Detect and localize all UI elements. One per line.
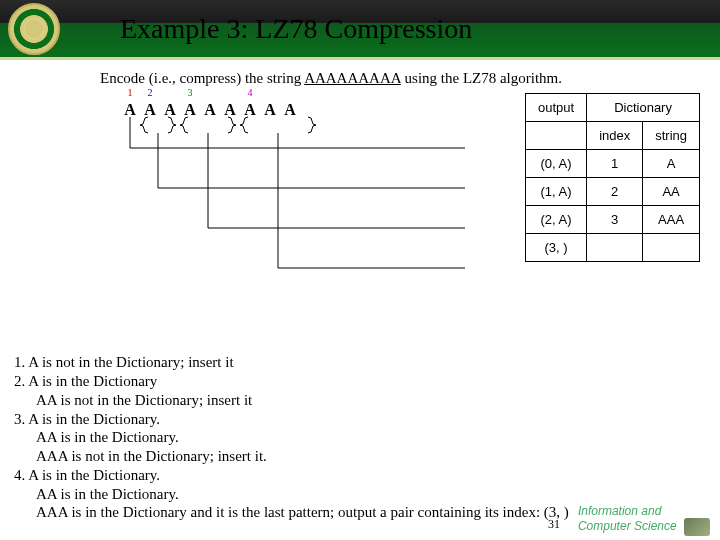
step-line: AA is in the Dictionary. [14,485,706,504]
col-output: output [525,94,586,122]
footer-line2: Computer Science [578,519,677,533]
diagram-area: A1A2AA3AAA4AA outputDictionary indexstri… [100,93,720,303]
step-line: 1. A is not in the Dictionary; insert it [14,353,706,372]
table-row: (0, A)1A [525,150,699,178]
table-row: (2, A)3AAA [525,206,699,234]
steps-list: 1. A is not in the Dictionary; insert it… [14,353,706,522]
step-line: 3. A is in the Dictionary. [14,410,706,429]
table-row: (1, A)2AA [525,178,699,206]
instruction-text: Encode (i.e., compress) the string AAAAA… [100,70,720,87]
page-number: 31 [548,517,560,532]
slide-title: Example 3: LZ78 Compression [120,13,472,45]
slide-header: Example 3: LZ78 Compression [0,0,720,60]
instruction-target: AAAAAAAAA [304,70,401,86]
step-line: 2. A is in the Dictionary [14,372,706,391]
cell-index: 3 [587,206,643,234]
instruction-suffix: using the LZ78 algorithm. [401,70,562,86]
cell-output: (0, A) [525,150,586,178]
dept-badge-icon [684,518,710,536]
col-index: index [587,122,643,150]
university-seal-icon [8,3,60,55]
step-line: AA is not in the Dictionary; insert it [14,391,706,410]
step-line: AA is in the Dictionary. [14,428,706,447]
cell-string: AA [643,178,700,206]
cell-output: (3, ) [525,234,586,262]
cell-index [587,234,643,262]
cell-output: (2, A) [525,206,586,234]
instruction-prefix: Encode (i.e., compress) the string [100,70,304,86]
step-line: 4. A is in the Dictionary. [14,466,706,485]
connector-lines [100,93,520,293]
cell-string [643,234,700,262]
cell-string: A [643,150,700,178]
cell-index: 2 [587,178,643,206]
cell-index: 1 [587,150,643,178]
footer-line1: Information and [578,504,661,518]
dept-logo: Information and Computer Science [578,504,710,536]
table-row: (3, ) [525,234,699,262]
cell-string: AAA [643,206,700,234]
cell-output: (1, A) [525,178,586,206]
step-line: AAA is not in the Dictionary; insert it. [14,447,706,466]
col-string: string [643,122,700,150]
dict-header: Dictionary [587,94,700,122]
dictionary-table: outputDictionary indexstring (0, A)1A(1,… [525,93,700,262]
